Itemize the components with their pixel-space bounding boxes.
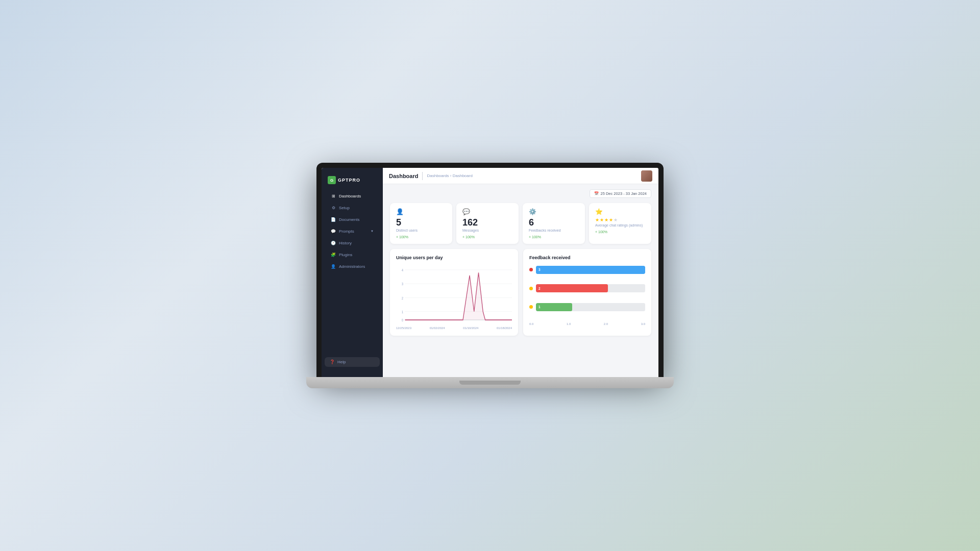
bar-x-label-2: 2.0: [604, 322, 608, 325]
page-title: Dashboard: [389, 173, 418, 179]
help-icon: ❓: [330, 360, 335, 364]
sidebar-nav: ⊞ Dashboards ⚙ Setup 📄 Documents 💬 Promp…: [322, 190, 383, 353]
logo-text: GPTPRO: [338, 178, 360, 183]
stat-label-ratings: Average chat ratings (admins): [595, 223, 645, 227]
sidebar-item-setup[interactable]: ⚙ Setup: [325, 202, 380, 213]
chevron-down-icon: ▼: [371, 230, 374, 233]
logo-icon: G: [328, 176, 336, 184]
star-2: ★: [600, 217, 604, 222]
svg-text:2: 2: [402, 296, 403, 300]
bar-dot-3: [529, 305, 533, 309]
x-label-1: 12/25/2023: [396, 327, 411, 330]
star-stat-icon: ⭐: [595, 208, 645, 215]
star-4: ★: [609, 217, 613, 222]
sidebar-item-administrators[interactable]: 👤 Administrators: [325, 261, 380, 272]
bar-x-label-3: 3.0: [641, 322, 645, 325]
settings-icon: ⚙: [331, 205, 336, 210]
sidebar-item-dashboards[interactable]: ⊞ Dashboards: [325, 190, 380, 202]
star-1: ★: [595, 217, 599, 222]
laptop-base: [306, 377, 674, 388]
stat-card-feedbacks: ⚙️ 6 Feedbacks received + 100%: [523, 203, 585, 244]
bar-chart-container: 3 2: [529, 264, 645, 325]
clock-icon: 🕐: [331, 240, 336, 245]
topbar-divider: [422, 172, 423, 180]
x-label-3: 01/10/2024: [463, 327, 478, 330]
bar-track-3: 1: [536, 303, 645, 311]
bar-row-3: 1: [529, 302, 645, 313]
sidebar: G GPTPRO ⊞ Dashboards ⚙ Setup 📄 Document…: [322, 168, 383, 377]
line-chart-container: 4 3 2 1 0: [396, 264, 512, 325]
star-5: ★: [614, 217, 618, 222]
bar-value-3: 1: [538, 305, 541, 309]
charts-row: Unique users per day: [390, 249, 651, 336]
bar-x-label-0: 0.0: [529, 322, 533, 325]
bar-fill-2: 2: [536, 284, 608, 292]
stat-value-messages: 162: [462, 217, 512, 229]
svg-text:1: 1: [402, 310, 403, 314]
bar-dot-1: [529, 268, 533, 271]
line-chart-svg: 4 3 2 1 0: [396, 264, 512, 325]
settings-stat-icon: ⚙️: [529, 208, 579, 215]
topbar-right: [641, 170, 652, 182]
sidebar-item-history[interactable]: 🕐 History: [325, 237, 380, 248]
sidebar-item-prompts[interactable]: 💬 Prompts ▼: [325, 226, 380, 237]
bar-value-1: 3: [538, 268, 541, 271]
sidebar-item-plugins[interactable]: 🧩 Plugins: [325, 249, 380, 260]
bar-chart-card: Feedback received 3: [523, 249, 651, 336]
stat-card-distinct-users: 👤 5 Distinct users + 100%: [390, 203, 452, 244]
bar-dot-2: [529, 287, 533, 290]
message-icon: 💬: [331, 229, 336, 234]
bar-x-label-1: 1.0: [567, 322, 571, 325]
stat-change-ratings: + 100%: [595, 230, 645, 234]
stat-change-feedbacks: + 100%: [529, 235, 579, 239]
stats-row: 👤 5 Distinct users + 100% 💬 162 Messages…: [390, 203, 651, 244]
sidebar-bottom: ❓ Help: [322, 353, 383, 371]
stat-card-ratings: ⭐ ★ ★ ★ ★ ★ Average chat ratings (admins…: [589, 203, 651, 244]
stat-value-feedbacks: 6: [529, 217, 579, 229]
x-label-2: 01/02/2024: [430, 327, 445, 330]
bar-row-1: 3: [529, 264, 645, 276]
svg-text:4: 4: [402, 268, 404, 272]
topbar: Dashboard Dashboards › Dashboard: [383, 168, 658, 184]
date-filter-row: 📅 25 Dec 2023 - 33 Jan 2024: [390, 189, 651, 198]
stat-change-users: + 100%: [396, 235, 446, 239]
dashboard-body: 📅 25 Dec 2023 - 33 Jan 2024 👤 5 Distinct…: [383, 184, 658, 377]
user-stat-icon: 👤: [396, 208, 446, 215]
line-chart-card: Unique users per day: [390, 249, 518, 336]
svg-text:0: 0: [402, 318, 404, 322]
bar-track-1: 3: [536, 266, 645, 274]
sidebar-item-documents[interactable]: 📄 Documents: [325, 214, 380, 225]
calendar-icon: 📅: [594, 191, 599, 196]
stat-label-feedbacks: Feedbacks received: [529, 229, 579, 232]
main-content: Dashboard Dashboards › Dashboard 📅: [383, 168, 658, 377]
logo: G GPTPRO: [322, 174, 383, 190]
line-chart-title: Unique users per day: [396, 255, 512, 260]
grid-icon: ⊞: [331, 193, 336, 198]
stat-label-users: Distinct users: [396, 229, 446, 232]
bar-track-2: 2: [536, 284, 645, 292]
avatar-image: [641, 170, 652, 182]
user-icon: 👤: [331, 264, 336, 269]
date-filter-button[interactable]: 📅 25 Dec 2023 - 33 Jan 2024: [590, 189, 651, 198]
avatar[interactable]: [641, 170, 652, 182]
breadcrumb: Dashboards › Dashboard: [427, 173, 472, 178]
message-stat-icon: 💬: [462, 208, 512, 215]
bar-fill-1: 3: [536, 266, 645, 274]
star-3: ★: [604, 217, 608, 222]
svg-marker-10: [405, 272, 512, 320]
stat-card-messages: 💬 162 Messages + 100%: [456, 203, 519, 244]
puzzle-icon: 🧩: [331, 252, 336, 257]
stat-value-users: 5: [396, 217, 446, 229]
help-button[interactable]: ❓ Help: [325, 357, 380, 367]
x-label-4: 01/18/2024: [497, 327, 512, 330]
svg-text:3: 3: [402, 283, 404, 286]
file-icon: 📄: [331, 217, 336, 222]
bar-fill-3: 1: [536, 303, 572, 311]
star-rating: ★ ★ ★ ★ ★: [595, 217, 645, 222]
bar-row-2: 2: [529, 283, 645, 294]
bar-value-2: 2: [538, 287, 541, 290]
line-chart-x-labels: 12/25/2023 01/02/2024 01/10/2024 01/18/2…: [396, 327, 512, 330]
stat-change-messages: + 100%: [462, 235, 512, 239]
bar-x-axis: 0.0 1.0 2.0 3.0: [529, 322, 645, 325]
bar-chart-title: Feedback received: [529, 255, 645, 260]
